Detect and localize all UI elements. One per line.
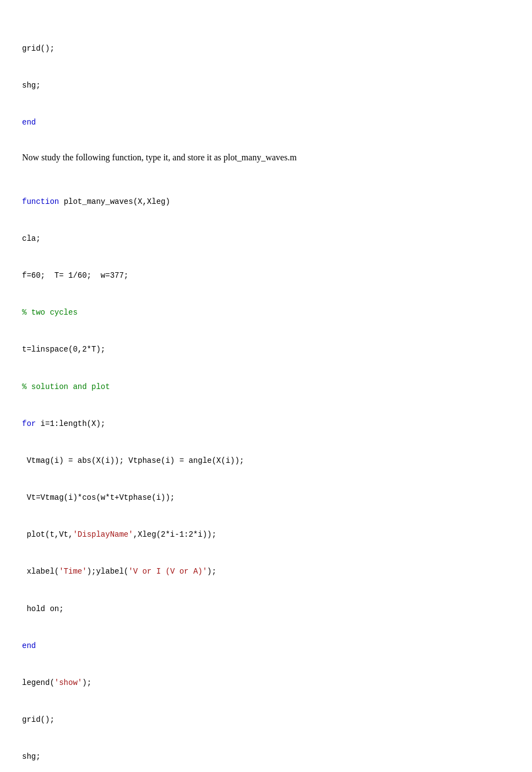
code-line: end bbox=[22, 640, 510, 652]
code-line: legend('show'); bbox=[22, 677, 510, 689]
code-line: Vt=Vtmag(i)*cos(w*t+Vtphase(i)); bbox=[22, 492, 510, 504]
code-line: % solution and plot bbox=[22, 381, 510, 393]
code-line: for i=1:length(X); bbox=[22, 418, 510, 430]
code-line: Vtmag(i) = abs(X(i)); Vtphase(i) = angle… bbox=[22, 455, 510, 467]
code-line: shg; bbox=[22, 79, 510, 91]
code-line: xlabel('Time');ylabel('V or I (V or A)')… bbox=[22, 565, 510, 577]
code-block-function: function plot_many_waves(X,Xleg) cla; f=… bbox=[22, 171, 510, 772]
code-line: end bbox=[22, 116, 510, 128]
code-line: cla; bbox=[22, 233, 510, 245]
code-line: % two cycles bbox=[22, 306, 510, 318]
code-block-top: grid(); shg; end bbox=[22, 18, 510, 141]
code-line: t=linspace(0,2*T); bbox=[22, 343, 510, 355]
code-line: function plot_many_waves(X,Xleg) bbox=[22, 196, 510, 208]
code-line: f=60; T= 1/60; w=377; bbox=[22, 269, 510, 282]
code-line: plot(t,Vt,'DisplayName',Xleg(2*i-1:2*i))… bbox=[22, 528, 510, 541]
code-line: grid(); bbox=[22, 714, 510, 726]
heading-plot-many-waves: Now study the following function, type i… bbox=[22, 151, 510, 164]
code-line: hold on; bbox=[22, 603, 510, 615]
code-line: shg; bbox=[22, 751, 510, 763]
code-line: grid(); bbox=[22, 42, 510, 55]
